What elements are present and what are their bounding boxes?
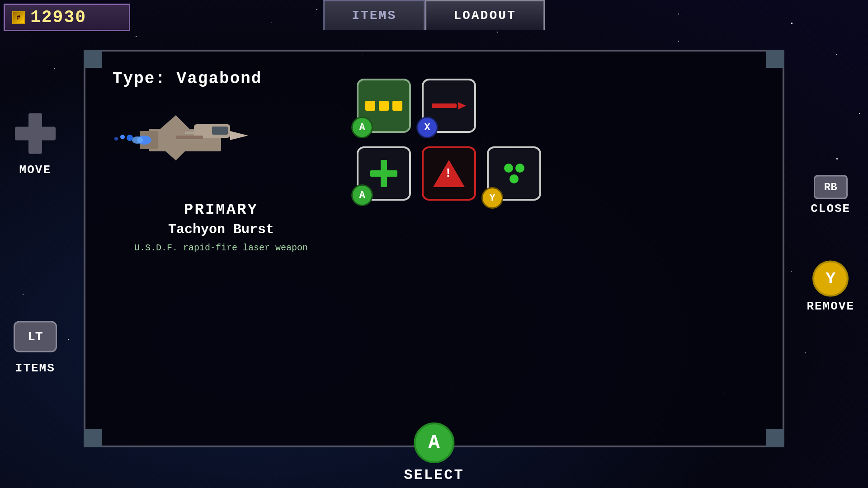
star	[791, 23, 793, 24]
svg-rect-12	[176, 136, 203, 139]
a-button-badge-1: A	[351, 117, 373, 138]
left-controls: MOVE LT ITEMS	[14, 113, 57, 375]
warning-icon	[433, 160, 465, 187]
y-button[interactable]: Y	[812, 261, 849, 297]
select-label: SELECT	[404, 467, 464, 483]
star	[316, 9, 317, 10]
panel-content: Type: Vagabond	[85, 52, 783, 446]
item-slot-5[interactable]: Y	[487, 146, 541, 201]
star	[54, 68, 55, 69]
ship-type: Type: Vagabond	[113, 70, 330, 88]
svg-marker-2	[230, 131, 248, 140]
weapon-name: Tachyon Burst	[113, 222, 330, 237]
star	[836, 158, 838, 160]
svg-rect-11	[212, 127, 228, 135]
star	[497, 32, 498, 33]
a-button-large[interactable]: A	[414, 422, 454, 463]
svg-rect-13	[185, 131, 194, 134]
item-slot-3[interactable]: A	[357, 146, 411, 201]
star	[836, 54, 837, 55]
ship-sprite	[113, 97, 257, 178]
svg-marker-4	[158, 115, 189, 131]
corner-br	[766, 429, 784, 447]
main-panel: Type: Vagabond	[84, 50, 784, 447]
svg-point-9	[120, 135, 125, 139]
move-label: MOVE	[19, 163, 51, 177]
svg-point-10	[114, 137, 118, 141]
right-controls: RB CLOSE Y REMOVE	[807, 175, 854, 313]
dpad[interactable]	[15, 113, 56, 154]
item-slot-2[interactable]: X	[422, 79, 476, 133]
svg-marker-5	[158, 145, 189, 160]
ship-section: Type: Vagabond	[113, 70, 330, 427]
corner-bl	[84, 429, 102, 447]
corner-tr	[766, 50, 784, 68]
items-side-label: ITEMS	[15, 361, 55, 375]
star	[791, 271, 792, 272]
tab-loadout[interactable]: LOADOUT	[425, 0, 545, 30]
weapon-slot-label: PRIMARY	[113, 201, 330, 218]
cross-icon	[370, 160, 397, 187]
item-slot-4[interactable]	[422, 146, 476, 201]
bottom-controls: A SELECT	[404, 422, 464, 483]
svg-point-7	[132, 136, 143, 144]
y-button-badge: Y	[481, 187, 503, 209]
star	[68, 339, 69, 340]
star	[805, 352, 806, 353]
corner-tl	[84, 50, 102, 68]
a-button-badge-2: A	[351, 184, 373, 206]
currency-bar: # 12930	[4, 4, 130, 31]
weapon-desc: U.S.D.F. rapid-fire laser weapon	[113, 243, 330, 253]
ship-image	[113, 97, 266, 188]
dpad-vertical	[28, 113, 42, 154]
item-slot-1[interactable]: A	[357, 79, 411, 133]
remove-label: REMOVE	[807, 300, 854, 313]
item-row-1: A X	[357, 79, 476, 133]
item-row-2: A Y	[357, 146, 541, 201]
close-label: CLOSE	[811, 202, 850, 216]
currency-icon: #	[12, 11, 25, 24]
x-button-badge: X	[416, 117, 438, 138]
tabs: ITEMS LOADOUT	[323, 0, 545, 30]
lt-button[interactable]: LT	[14, 321, 57, 352]
star	[678, 14, 679, 14]
items-section: A X A	[357, 70, 755, 427]
svg-point-8	[127, 135, 133, 141]
star	[136, 36, 137, 37]
rb-button[interactable]: RB	[814, 175, 848, 199]
currency-value: 12930	[30, 8, 86, 27]
star	[271, 23, 272, 23]
tab-items[interactable]: ITEMS	[323, 0, 425, 30]
star	[859, 113, 860, 114]
star	[678, 41, 679, 42]
